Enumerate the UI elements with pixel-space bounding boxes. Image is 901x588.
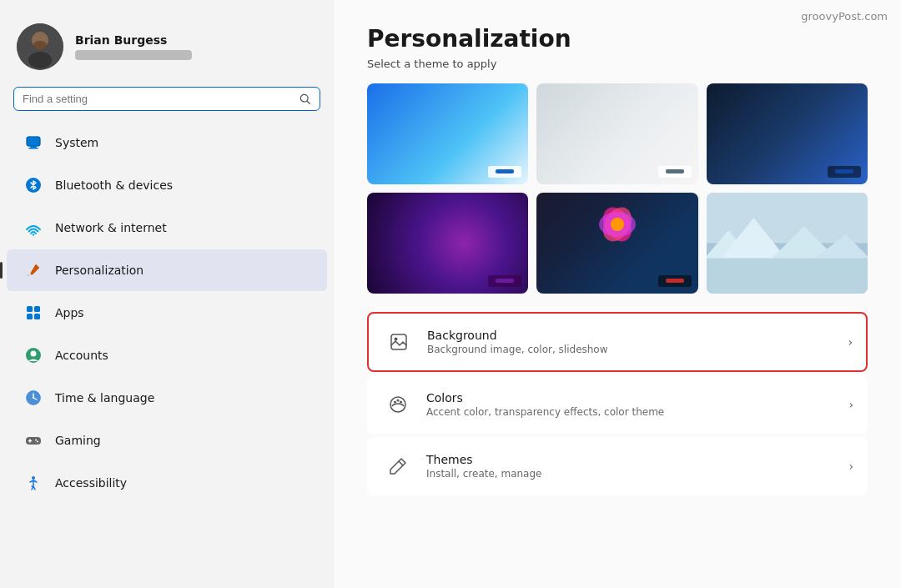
search-input[interactable] [23, 93, 294, 105]
sidebar: Brian Burgess [0, 0, 334, 588]
svg-point-32 [611, 218, 624, 231]
colors-desc: Accent color, transparency effects, colo… [426, 406, 848, 418]
svg-rect-14 [34, 306, 40, 312]
brush-icon [23, 260, 43, 280]
themes-text: Themes Install, create, manage [426, 453, 848, 480]
svg-point-4 [33, 41, 47, 49]
svg-rect-13 [27, 306, 33, 312]
sidebar-item-time[interactable]: Time & language [7, 377, 327, 419]
theme-card-blue-light[interactable] [367, 83, 528, 184]
svg-point-45 [400, 400, 402, 403]
svg-rect-39 [707, 258, 868, 293]
sidebar-item-apps[interactable]: Apps [7, 292, 327, 334]
apps-icon [23, 303, 43, 323]
palette-icon [388, 395, 408, 415]
svg-rect-23 [26, 437, 41, 445]
sidebar-item-network[interactable]: Network & internet [7, 207, 327, 249]
theme-grid [367, 83, 868, 294]
svg-point-44 [397, 399, 400, 401]
sidebar-label-accounts: Accounts [55, 349, 108, 362]
background-desc: Background image, color, slideshow [427, 344, 848, 355]
colors-title: Colors [426, 391, 848, 405]
theme-card-purple-dark[interactable] [367, 193, 528, 294]
svg-point-2 [28, 52, 52, 68]
search-icon [299, 93, 311, 105]
theme-card-landscape[interactable] [707, 193, 868, 294]
svg-rect-40 [391, 334, 406, 349]
svg-line-46 [399, 461, 403, 465]
app-container: Brian Burgess [0, 0, 901, 588]
setting-item-themes[interactable]: Themes Install, create, manage › [367, 437, 868, 495]
svg-point-12 [33, 234, 34, 235]
main-content: Personalization Select a theme to apply [334, 0, 901, 588]
svg-point-18 [31, 351, 37, 357]
sidebar-label-time: Time & language [55, 391, 154, 405]
svg-point-43 [394, 400, 396, 403]
image-icon [389, 332, 409, 352]
sidebar-label-bluetooth: Bluetooth & devices [55, 178, 173, 192]
settings-list: Background Background image, color, slid… [367, 312, 868, 495]
colors-chevron: › [848, 398, 853, 411]
svg-rect-10 [28, 148, 38, 149]
bluetooth-icon [23, 175, 43, 195]
edit-icon [388, 456, 408, 476]
theme-card-gray-light[interactable] [536, 83, 697, 184]
sidebar-label-network: Network & internet [55, 221, 167, 234]
colors-icon-wrap [381, 388, 415, 421]
themes-chevron: › [848, 460, 853, 473]
svg-point-26 [35, 440, 37, 441]
setting-item-background[interactable]: Background Background image, color, slid… [367, 312, 868, 372]
svg-point-41 [395, 337, 398, 340]
sidebar-item-accounts[interactable]: Accounts [7, 334, 327, 376]
sidebar-item-personalization[interactable]: Personalization [7, 249, 327, 291]
user-name: Brian Burgess [75, 33, 192, 47]
theme-card-blue-dark[interactable] [707, 83, 868, 184]
background-text: Background Background image, color, slid… [427, 329, 848, 355]
avatar[interactable] [17, 23, 63, 70]
sidebar-label-gaming: Gaming [55, 434, 101, 447]
setting-item-colors[interactable]: Colors Accent color, transparency effect… [367, 375, 868, 434]
network-icon [23, 218, 43, 238]
background-icon-wrap [382, 325, 415, 359]
svg-point-28 [32, 476, 35, 480]
svg-rect-9 [30, 146, 37, 148]
svg-rect-15 [27, 314, 33, 319]
svg-point-27 [37, 441, 38, 443]
background-chevron: › [848, 335, 853, 349]
themes-icon-wrap [381, 450, 415, 483]
user-section: Brian Burgess [0, 17, 334, 83]
sidebar-item-bluetooth[interactable]: Bluetooth & devices [7, 164, 327, 206]
person-icon [23, 345, 43, 365]
themes-title: Themes [426, 453, 848, 466]
sidebar-label-personalization: Personalization [55, 264, 143, 277]
gaming-icon [23, 430, 43, 450]
user-email-blurred [75, 50, 192, 60]
monitor-icon [23, 133, 43, 153]
user-info: Brian Burgess [75, 33, 192, 60]
svg-line-6 [307, 101, 310, 103]
page-title: Personalization [367, 25, 868, 53]
sidebar-item-gaming[interactable]: Gaming [7, 420, 327, 461]
svg-rect-7 [27, 137, 40, 146]
themes-desc: Install, create, manage [426, 468, 848, 480]
sidebar-label-system: System [55, 136, 98, 149]
theme-card-flower[interactable] [536, 193, 697, 294]
accessibility-icon [23, 473, 43, 493]
sidebar-item-accessibility[interactable]: Accessibility [7, 462, 327, 504]
nav-list: System Bluetooth & devices [0, 121, 334, 588]
background-title: Background [427, 329, 848, 342]
clock-icon [23, 388, 43, 408]
theme-subtitle: Select a theme to apply [367, 58, 868, 70]
sidebar-label-accessibility: Accessibility [55, 476, 127, 490]
svg-rect-16 [34, 314, 40, 319]
colors-text: Colors Accent color, transparency effect… [426, 391, 848, 418]
sidebar-item-system[interactable]: System [7, 122, 327, 163]
watermark-text: groovyPost.com [801, 10, 888, 23]
sidebar-label-apps: Apps [55, 306, 84, 319]
search-box[interactable] [13, 87, 320, 111]
